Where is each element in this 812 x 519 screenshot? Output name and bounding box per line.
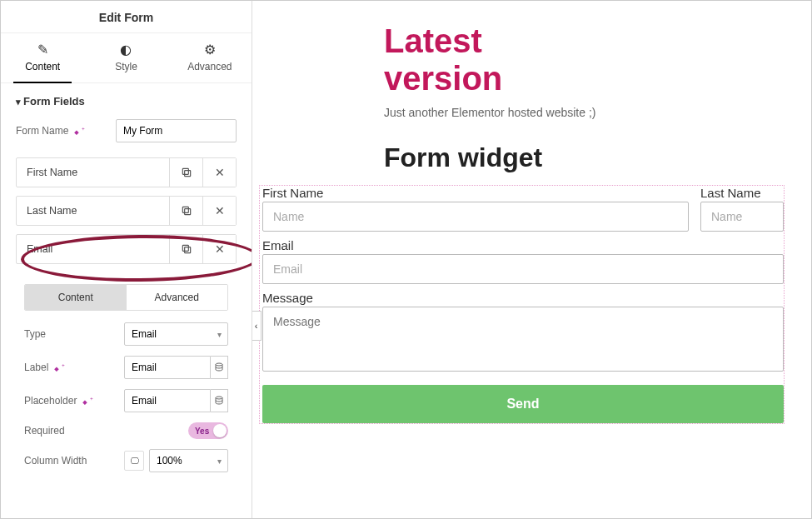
- first-name-input[interactable]: [262, 202, 689, 232]
- tab-label: Advanced: [187, 61, 232, 72]
- half-circle-icon: ◐: [84, 42, 167, 57]
- panel-body: Form Fields Form Name ⬥⁺ First Name ✕: [1, 83, 252, 518]
- label-input[interactable]: [124, 356, 211, 379]
- tab-advanced[interactable]: ⚙ Advanced: [168, 33, 252, 82]
- required-label: Required: [24, 425, 116, 437]
- pencil-icon: ✎: [1, 42, 84, 57]
- type-label: Type: [24, 328, 116, 340]
- desktop-icon[interactable]: 🖵: [124, 451, 144, 471]
- svg-rect-0: [184, 171, 190, 177]
- duplicate-icon[interactable]: [169, 197, 202, 225]
- field-label-message: Message: [262, 291, 784, 305]
- duplicate-icon[interactable]: [169, 158, 202, 187]
- database-icon[interactable]: [211, 356, 228, 379]
- email-input[interactable]: [262, 254, 784, 284]
- svg-rect-4: [184, 247, 190, 253]
- send-button[interactable]: Send: [262, 385, 784, 423]
- subtab-advanced[interactable]: Advanced: [127, 285, 228, 310]
- editor-tabs: ✎ Content ◐ Style ⚙ Advanced: [1, 33, 252, 83]
- section-form-fields[interactable]: Form Fields: [16, 95, 237, 107]
- svg-rect-2: [184, 209, 190, 215]
- sidebar-title: Edit Form: [1, 1, 252, 33]
- form-name-label: Form Name ⬥⁺: [16, 125, 107, 137]
- dynamic-icon[interactable]: ⬥⁺: [73, 125, 87, 137]
- required-toggle[interactable]: Yes: [188, 422, 228, 439]
- label-label: Label ⬥⁺: [24, 362, 116, 374]
- field-editor: Content Advanced Type Label: [16, 272, 237, 472]
- hero-title: Latest version: [384, 22, 785, 97]
- colwidth-select[interactable]: [149, 449, 228, 472]
- panel-collapse-handle[interactable]: ‹: [252, 311, 262, 341]
- dynamic-icon[interactable]: ⬥⁺: [82, 395, 95, 407]
- form-widget[interactable]: First Name Last Name Email Message: [259, 185, 785, 424]
- field-item-first-name[interactable]: First Name ✕: [16, 157, 237, 187]
- close-icon[interactable]: ✕: [202, 197, 236, 225]
- form-widget-heading: Form widget: [384, 142, 785, 173]
- type-select[interactable]: [124, 322, 228, 346]
- field-item-label: Email: [17, 235, 169, 263]
- svg-rect-5: [182, 245, 188, 251]
- svg-rect-1: [182, 168, 188, 174]
- field-item-email[interactable]: Email ✕: [16, 234, 237, 264]
- tab-style[interactable]: ◐ Style: [84, 33, 167, 82]
- message-textarea[interactable]: [262, 307, 784, 372]
- close-icon[interactable]: ✕: [202, 235, 236, 263]
- form-name-input[interactable]: [116, 119, 237, 142]
- subtab-content[interactable]: Content: [25, 285, 127, 310]
- svg-rect-3: [182, 207, 188, 212]
- placeholder-input[interactable]: [124, 389, 211, 412]
- preview-pane: ‹ Latest version Just another Elementor …: [252, 1, 811, 518]
- close-icon[interactable]: ✕: [202, 158, 236, 187]
- last-name-input[interactable]: [700, 202, 784, 232]
- toggle-knob: [213, 424, 227, 437]
- field-item-label: Last Name: [17, 197, 169, 225]
- placeholder-label: Placeholder ⬥⁺: [24, 395, 116, 407]
- field-label-first-name: First Name: [262, 186, 689, 200]
- hero: Latest version Just another Elementor ho…: [384, 22, 785, 119]
- field-subtabs: Content Advanced: [24, 284, 228, 311]
- field-item-label: First Name: [17, 158, 169, 187]
- dynamic-icon[interactable]: ⬥⁺: [53, 362, 67, 374]
- colwidth-label: Column Width: [24, 455, 116, 467]
- database-icon[interactable]: [211, 389, 228, 412]
- svg-point-7: [216, 397, 222, 399]
- field-item-last-name[interactable]: Last Name ✕: [16, 196, 237, 226]
- gear-icon: ⚙: [168, 42, 252, 57]
- duplicate-icon[interactable]: [169, 235, 202, 263]
- hero-subtitle: Just another Elementor hosted website ;): [384, 106, 600, 119]
- svg-point-6: [216, 363, 222, 366]
- editor-sidebar: Edit Form ✎ Content ◐ Style ⚙ Advanced F…: [1, 1, 252, 518]
- tab-content[interactable]: ✎ Content: [1, 33, 84, 82]
- tab-label: Style: [115, 61, 137, 72]
- field-list: First Name ✕ Last Name ✕ Email: [16, 157, 237, 472]
- field-label-email: Email: [262, 238, 784, 252]
- tab-label: Content: [25, 61, 60, 72]
- field-label-last-name: Last Name: [700, 186, 784, 200]
